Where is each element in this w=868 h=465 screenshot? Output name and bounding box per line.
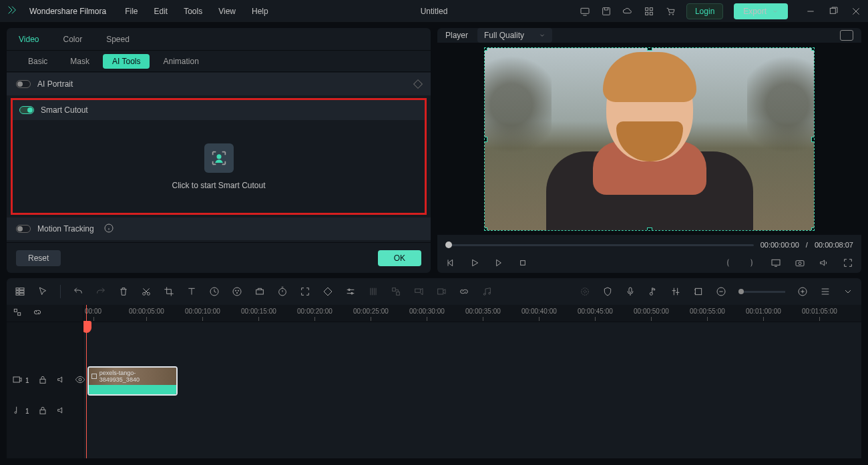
ai-portrait-toggle[interactable] bbox=[16, 80, 31, 88]
motion-tracking-toggle[interactable] bbox=[16, 225, 31, 233]
ai-portrait-row[interactable]: AI Portrait bbox=[7, 73, 431, 95]
volume-icon[interactable] bbox=[819, 258, 829, 270]
delete-icon[interactable] bbox=[118, 286, 129, 297]
close-button[interactable] bbox=[851, 6, 861, 17]
align-icon[interactable] bbox=[368, 286, 379, 297]
cart-icon[interactable] bbox=[665, 6, 676, 17]
menu-view[interactable]: View bbox=[218, 7, 236, 16]
svg-point-39 bbox=[582, 288, 589, 296]
ok-button[interactable]: OK bbox=[378, 250, 421, 266]
minimize-button[interactable] bbox=[805, 6, 816, 17]
svg-point-24 bbox=[233, 288, 241, 296]
lock-icon[interactable] bbox=[37, 374, 48, 387]
device-icon[interactable] bbox=[580, 6, 590, 17]
menu-tools[interactable]: Tools bbox=[184, 7, 202, 16]
pointer-icon[interactable] bbox=[37, 286, 48, 297]
tracks-icon[interactable] bbox=[15, 286, 25, 297]
music-icon[interactable] bbox=[481, 286, 492, 297]
svg-point-9 bbox=[216, 154, 221, 159]
prev-frame-button[interactable] bbox=[445, 258, 456, 270]
player-viewport[interactable] bbox=[437, 43, 861, 235]
bracket-left-icon[interactable] bbox=[722, 258, 733, 270]
voice-icon[interactable] bbox=[413, 286, 424, 297]
render-icon[interactable] bbox=[436, 286, 447, 297]
ai-frame-icon[interactable] bbox=[300, 286, 310, 297]
subtab-ai-tools[interactable]: AI Tools bbox=[103, 54, 150, 69]
video-track-row[interactable]: pexels-tango-3849935_3840 bbox=[83, 365, 861, 396]
marker-add-icon[interactable] bbox=[693, 286, 704, 297]
playback-quality-select[interactable]: Full Quality bbox=[477, 28, 552, 43]
lock-audio-icon[interactable] bbox=[37, 405, 48, 418]
audio-note-icon[interactable] bbox=[648, 286, 658, 297]
marker-shield-icon[interactable] bbox=[602, 286, 613, 297]
motion-tracking-row[interactable]: Motion Tracking bbox=[7, 217, 431, 240]
redo-icon[interactable] bbox=[95, 286, 106, 297]
tab-speed[interactable]: Speed bbox=[94, 28, 142, 50]
lock-all-icon[interactable] bbox=[12, 307, 23, 320]
play-button[interactable] bbox=[469, 258, 480, 270]
tab-video[interactable]: Video bbox=[7, 28, 51, 50]
tab-color[interactable]: Color bbox=[51, 28, 94, 50]
reset-button[interactable]: Reset bbox=[16, 250, 61, 266]
undo-icon[interactable] bbox=[73, 286, 83, 297]
save-icon[interactable] bbox=[601, 6, 612, 17]
menu-edit[interactable]: Edit bbox=[154, 7, 168, 16]
subtab-animation[interactable]: Animation bbox=[154, 54, 208, 69]
color-icon[interactable] bbox=[232, 286, 242, 297]
adjust-icon[interactable] bbox=[345, 286, 356, 297]
forward-button[interactable] bbox=[493, 258, 504, 270]
video-frame[interactable] bbox=[484, 47, 815, 231]
scrub-bar[interactable] bbox=[445, 244, 754, 246]
smart-cutout-toggle[interactable] bbox=[19, 106, 34, 114]
keyframe-tool-icon[interactable] bbox=[322, 286, 333, 297]
effects-icon[interactable] bbox=[254, 286, 265, 297]
subtab-basic[interactable]: Basic bbox=[19, 54, 57, 69]
mute-audio-icon[interactable] bbox=[56, 405, 67, 418]
video-track-icon bbox=[12, 374, 23, 387]
group-icon[interactable] bbox=[391, 286, 401, 297]
list-view-icon[interactable] bbox=[820, 286, 831, 297]
bracket-right-icon[interactable] bbox=[746, 258, 757, 270]
mic-icon[interactable] bbox=[625, 286, 636, 297]
timer-icon[interactable] bbox=[277, 286, 288, 297]
apps-icon[interactable] bbox=[644, 6, 654, 17]
stop-button[interactable] bbox=[517, 258, 528, 270]
cloud-icon[interactable] bbox=[622, 6, 633, 17]
timeline-ruler[interactable]: 00:00 00:00:05:00 00:00:10:00 00:00:15:0… bbox=[83, 305, 861, 322]
timeline-tracks[interactable]: 00:00 00:00:05:00 00:00:10:00 00:00:15:0… bbox=[83, 305, 861, 458]
audio-track-row[interactable] bbox=[83, 396, 861, 426]
link-icon[interactable] bbox=[459, 286, 469, 297]
info-icon[interactable] bbox=[103, 223, 114, 236]
more-icon[interactable] bbox=[843, 286, 853, 297]
display-icon[interactable] bbox=[771, 258, 781, 270]
video-track-num: 1 bbox=[25, 377, 29, 384]
export-button[interactable]: Export bbox=[734, 3, 788, 19]
menu-file[interactable]: File bbox=[125, 7, 138, 16]
timeline-toolbar bbox=[7, 278, 861, 305]
keyframe-icon[interactable] bbox=[413, 79, 423, 89]
crop-icon[interactable] bbox=[164, 286, 174, 297]
smart-cutout-start-tile[interactable] bbox=[204, 143, 234, 173]
svg-rect-2 bbox=[646, 7, 648, 10]
camera-icon[interactable] bbox=[795, 258, 805, 270]
login-button[interactable]: Login bbox=[686, 3, 723, 19]
zoom-out-icon[interactable] bbox=[716, 286, 726, 297]
svg-point-41 bbox=[650, 292, 652, 295]
mixer-icon[interactable] bbox=[670, 286, 681, 297]
cut-icon[interactable] bbox=[141, 286, 152, 297]
menu-help[interactable]: Help bbox=[252, 7, 268, 16]
zoom-in-icon[interactable] bbox=[797, 286, 808, 297]
fullscreen-icon[interactable] bbox=[843, 258, 853, 270]
video-clip[interactable]: pexels-tango-3849935_3840 bbox=[87, 366, 178, 396]
zoom-slider[interactable] bbox=[738, 291, 785, 293]
smart-cutout-row[interactable]: Smart Cutout bbox=[13, 100, 425, 120]
snapshot-button[interactable] bbox=[840, 30, 853, 41]
link-toggle-icon[interactable] bbox=[32, 307, 43, 320]
maximize-button[interactable] bbox=[828, 6, 839, 17]
mute-video-icon[interactable] bbox=[56, 374, 67, 387]
speed-icon[interactable] bbox=[209, 286, 220, 297]
magnet-icon[interactable] bbox=[580, 286, 590, 297]
svg-rect-20 bbox=[19, 294, 24, 296]
text-icon[interactable] bbox=[186, 286, 197, 297]
subtab-mask[interactable]: Mask bbox=[61, 54, 99, 69]
